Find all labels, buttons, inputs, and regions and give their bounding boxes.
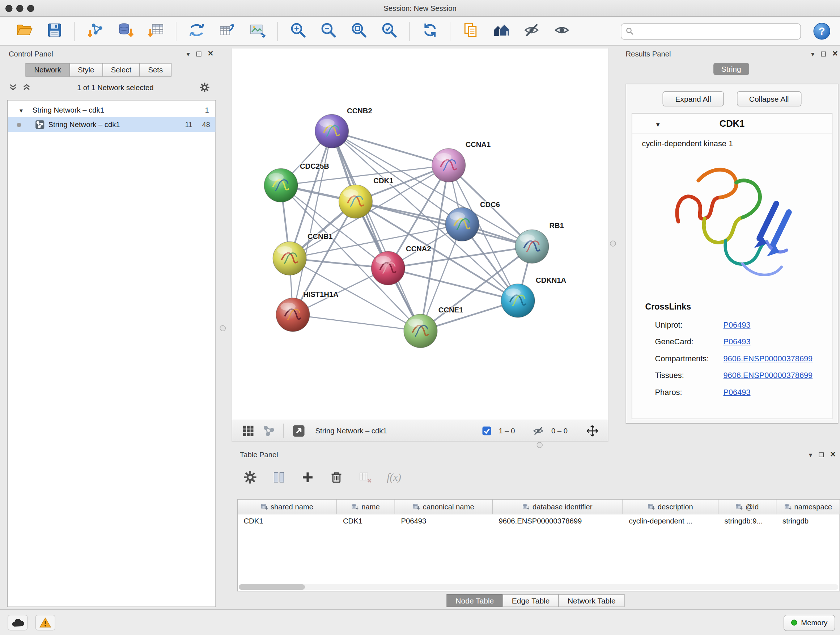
network-node-ccnb1[interactable] xyxy=(273,241,306,275)
window-close-button[interactable] xyxy=(5,5,13,12)
table-row[interactable]: CDK1CDK1P064939606.ENSP00000378699cyclin… xyxy=(238,515,840,529)
column-header-@id[interactable]: @id xyxy=(718,500,777,515)
new-network-button[interactable] xyxy=(186,20,207,43)
import-table-button[interactable] xyxy=(145,20,166,43)
window-minimize-button[interactable] xyxy=(16,5,24,12)
show-all-button[interactable] xyxy=(551,20,572,43)
crosslink-value-link[interactable]: P06493 xyxy=(723,320,751,329)
hidden-eye-slash-icon[interactable] xyxy=(532,424,544,438)
network-options-gear-icon[interactable] xyxy=(199,82,210,93)
expand-all-button[interactable]: Expand All xyxy=(663,91,723,106)
zoom-selected-button[interactable] xyxy=(379,20,399,43)
show-columns-icon[interactable] xyxy=(271,470,286,485)
panel-collapse-icon[interactable] xyxy=(809,450,813,459)
column-header-canonical-name[interactable]: canonical name xyxy=(395,500,493,515)
help-button[interactable]: ? xyxy=(813,22,831,41)
tab-network-table[interactable]: Network Table xyxy=(558,594,625,607)
table-cell[interactable]: CDK1 xyxy=(337,515,395,529)
export-image-button[interactable] xyxy=(247,20,268,43)
network-graph[interactable]: CCNB2CCNA1CDC25BCDK1CDC6RB1CCNB1CCNA2CDK… xyxy=(232,49,608,420)
crosslink-value-link[interactable]: P06493 xyxy=(723,337,751,346)
tab-sets[interactable]: Sets xyxy=(140,63,172,77)
table-cell[interactable]: stringdb:9... xyxy=(718,515,777,529)
edge-ccnb2-ccna1[interactable] xyxy=(332,131,448,165)
network-node-cdk1[interactable] xyxy=(339,185,373,218)
collapse-all-button[interactable]: Collapse All xyxy=(737,91,801,106)
zoom-fit-button[interactable] xyxy=(348,20,369,43)
tab-string[interactable]: String xyxy=(713,63,749,75)
column-header-shared-name[interactable]: shared name xyxy=(238,500,337,515)
crosslink-value-link[interactable]: 9606.ENSP00000378699 xyxy=(723,371,813,379)
vertical-splitter-knob[interactable] xyxy=(220,325,226,332)
edge-hist1h1a-ccne1[interactable] xyxy=(293,315,421,331)
network-node-ccne1[interactable] xyxy=(404,314,437,348)
zoom-in-button[interactable] xyxy=(287,20,308,43)
panel-float-icon[interactable] xyxy=(819,452,824,457)
panel-float-icon[interactable] xyxy=(196,51,202,57)
network-node-cdc6[interactable] xyxy=(445,207,479,241)
collapse-all-icon[interactable] xyxy=(9,83,18,92)
table-cell[interactable]: stringdb xyxy=(777,515,840,529)
column-header-description[interactable]: description xyxy=(623,500,718,515)
import-network-database-button[interactable] xyxy=(115,20,136,43)
hide-selected-button[interactable] xyxy=(521,20,542,43)
table-cell[interactable]: CDK1 xyxy=(238,515,337,529)
add-column-icon[interactable] xyxy=(300,470,316,485)
network-row[interactable]: String Network – cdk1 11 48 xyxy=(8,117,216,132)
warnings-button[interactable] xyxy=(35,615,56,631)
tab-style[interactable]: Style xyxy=(69,63,103,77)
horizontal-splitter-knob[interactable] xyxy=(537,442,543,448)
import-network-file-button[interactable] xyxy=(85,20,105,43)
search-input[interactable] xyxy=(637,27,796,36)
column-header-namespace[interactable]: namespace xyxy=(777,500,840,515)
pan-crosshair-icon[interactable] xyxy=(585,424,599,438)
collection-expander-icon[interactable] xyxy=(19,106,24,114)
tab-network[interactable]: Network xyxy=(26,63,70,77)
tab-node-table[interactable]: Node Table xyxy=(447,594,503,607)
open-session-button[interactable] xyxy=(14,20,34,43)
save-session-button[interactable] xyxy=(44,20,65,43)
column-header-name[interactable]: name xyxy=(337,500,395,515)
network-node-ccna2[interactable] xyxy=(371,251,405,285)
grid-view-icon[interactable] xyxy=(241,424,255,438)
delete-column-icon[interactable] xyxy=(329,470,344,485)
zoom-out-button[interactable] xyxy=(318,20,339,43)
tab-edge-table[interactable]: Edge Table xyxy=(502,594,559,607)
copy-document-button[interactable] xyxy=(460,20,481,43)
network-node-ccnb2[interactable] xyxy=(315,114,349,148)
expand-all-icon[interactable] xyxy=(22,83,32,92)
network-canvas[interactable]: CCNB2CCNA1CDC25BCDK1CDC6RB1CCNB1CCNA2CDK… xyxy=(232,48,608,420)
memory-button[interactable]: Memory xyxy=(783,614,835,631)
panel-close-icon[interactable] xyxy=(830,450,836,459)
edge-ccnb2-ccne1[interactable] xyxy=(332,131,420,331)
table-horizontal-scrollbar[interactable] xyxy=(239,584,838,590)
panel-close-icon[interactable] xyxy=(832,49,838,59)
vertical-splitter-knob[interactable] xyxy=(610,241,616,247)
table-options-gear-icon[interactable] xyxy=(243,470,258,485)
refresh-button[interactable] xyxy=(420,20,440,43)
panel-close-icon[interactable] xyxy=(208,49,213,59)
tab-select[interactable]: Select xyxy=(103,63,140,77)
network-node-cdkn1a[interactable] xyxy=(501,284,535,318)
network-overview-button[interactable] xyxy=(491,20,511,43)
network-node-ccna1[interactable] xyxy=(432,149,466,182)
table-cell[interactable]: 9606.ENSP00000378699 xyxy=(493,515,623,529)
network-node-hist1h1a[interactable] xyxy=(276,298,309,332)
network-from-table-button[interactable] xyxy=(217,20,237,43)
table-cell[interactable]: cyclin-dependent ... xyxy=(623,515,718,529)
panel-collapse-icon[interactable] xyxy=(811,49,815,59)
network-node-rb1[interactable] xyxy=(515,230,549,264)
birds-eye-view-icon[interactable] xyxy=(292,424,306,438)
selected-checkbox-icon[interactable] xyxy=(482,424,492,438)
network-edges[interactable] xyxy=(281,131,532,331)
window-zoom-button[interactable] xyxy=(27,5,34,12)
panel-float-icon[interactable] xyxy=(821,51,826,57)
crosslink-value-link[interactable]: 9606.ENSP00000378699 xyxy=(723,354,813,363)
crosslink-value-link[interactable]: P06493 xyxy=(723,387,751,396)
scrollbar-thumb[interactable] xyxy=(239,584,305,590)
edge-ccnb2-hist1h1a[interactable] xyxy=(293,131,332,315)
network-collection-row[interactable]: String Network – cdk1 1 xyxy=(8,103,216,118)
cloud-status-button[interactable] xyxy=(8,615,28,631)
panel-collapse-icon[interactable] xyxy=(186,49,190,59)
network-node-cdc25b[interactable] xyxy=(264,169,298,203)
